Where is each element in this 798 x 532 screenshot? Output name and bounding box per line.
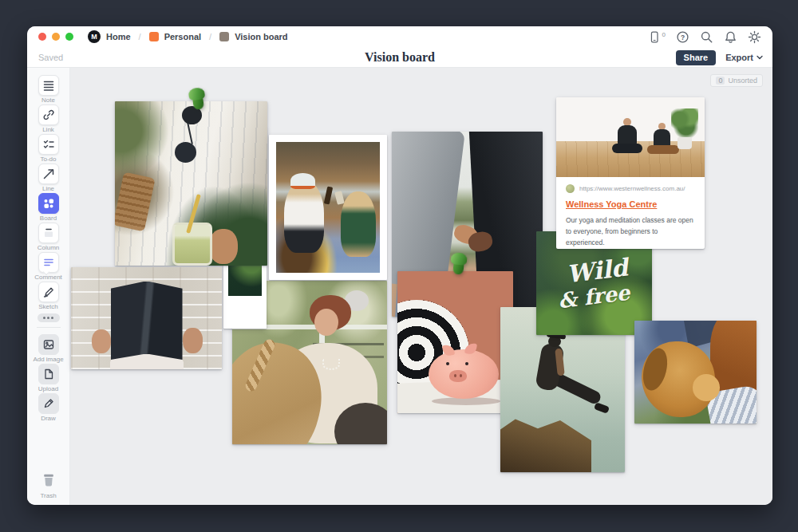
- tool-label: To-do: [40, 156, 56, 163]
- mobile-device-button[interactable]: 0: [648, 30, 666, 44]
- sketch-icon: [42, 286, 55, 298]
- column-icon: [42, 227, 55, 239]
- photo-detail: [335, 191, 346, 205]
- export-label: Export: [725, 53, 753, 62]
- tool-label: Upload: [38, 386, 58, 392]
- device-count: 0: [662, 31, 666, 38]
- photo-detail: [115, 172, 156, 232]
- photo-detail: [693, 374, 720, 401]
- share-button[interactable]: Share: [676, 50, 717, 65]
- picnic-photo[interactable]: [269, 135, 387, 280]
- help-icon[interactable]: ?: [676, 30, 689, 44]
- wellness-link-card[interactable]: https://www.westernwellness.com.au/ Well…: [556, 97, 705, 249]
- breadcrumb-separator: /: [136, 32, 144, 41]
- trash-icon: [40, 471, 57, 491]
- unsorted-count: 0: [716, 77, 725, 85]
- photo-detail: [322, 359, 340, 370]
- piggy-bank-photo[interactable]: [397, 271, 513, 413]
- add-image-icon: [42, 338, 55, 351]
- tool-upload[interactable]: Upload: [27, 364, 69, 392]
- tool-sketch[interactable]: Sketch: [27, 282, 69, 310]
- minimize-window-button[interactable]: [52, 33, 60, 41]
- black-book-detail: [111, 282, 183, 360]
- tool-draw[interactable]: Draw: [27, 393, 69, 422]
- svg-text:?: ?: [681, 33, 685, 41]
- vision-board-icon[interactable]: [219, 32, 229, 41]
- plant-detail: [671, 108, 698, 139]
- tool-label: Comment: [34, 274, 62, 281]
- book-over-face-photo[interactable]: [71, 267, 222, 369]
- tool-label: Trash: [40, 493, 56, 499]
- board-canvas[interactable]: Wild & free: [70, 68, 772, 505]
- comment-icon: [42, 256, 55, 269]
- link-card-title[interactable]: Wellness Yoga Centre: [566, 199, 695, 209]
- photo-detail: [647, 145, 679, 154]
- photo-detail: [276, 142, 380, 273]
- link-card-url: https://www.westernwellness.com.au/: [579, 185, 685, 192]
- line-arrow-icon: [42, 167, 55, 180]
- smoothie-photo[interactable]: [115, 101, 267, 266]
- tool-note[interactable]: Note: [27, 75, 69, 104]
- breadcrumb-personal[interactable]: Personal: [164, 32, 201, 41]
- sidebar-divider: [37, 327, 61, 328]
- tool-line[interactable]: Line: [27, 164, 69, 192]
- tool-label: Draw: [41, 416, 56, 422]
- trash-drop-zone[interactable]: Trash: [27, 471, 69, 499]
- tools-sidebar: Note Link To-do Line Board Column Commen…: [27, 68, 70, 505]
- personal-board-icon[interactable]: [149, 32, 159, 41]
- tool-add-image[interactable]: Add image: [27, 334, 69, 363]
- search-icon[interactable]: [700, 30, 713, 44]
- mobile-device-icon: [648, 30, 661, 44]
- photo-detail: [594, 402, 610, 414]
- unsorted-label: Unsorted: [728, 77, 757, 85]
- breadcrumb: M Home / Personal / Vision board: [88, 30, 288, 43]
- tool-comment[interactable]: Comment: [27, 252, 69, 281]
- green-pushpin-icon: [445, 252, 472, 285]
- more-tools-button[interactable]: [38, 313, 60, 322]
- tool-label: Add image: [33, 357, 63, 363]
- breadcrumb-vision-board[interactable]: Vision board: [235, 32, 287, 41]
- milanote-logo-icon[interactable]: M: [88, 30, 101, 43]
- photo-detail: [678, 137, 692, 149]
- board-header: Saved Vision board Share Export: [27, 47, 772, 68]
- app-window: M Home / Personal / Vision board 0 ? Sav…: [27, 26, 772, 505]
- photo-detail: [314, 309, 338, 336]
- close-window-button[interactable]: [38, 33, 46, 41]
- topbar-icon-row: 0 ?: [648, 30, 761, 44]
- tool-label: Board: [40, 215, 57, 222]
- green-pushpin-icon: [185, 86, 213, 120]
- photo-detail: [187, 122, 193, 144]
- golden-retriever-photo[interactable]: [634, 321, 757, 424]
- note-icon: [42, 79, 55, 92]
- zoom-window-button[interactable]: [65, 33, 73, 41]
- photo-detail: [341, 191, 376, 257]
- upload-file-icon: [42, 368, 55, 380]
- photo-detail: [209, 229, 238, 264]
- top-bar: M Home / Personal / Vision board 0 ?: [27, 26, 772, 47]
- photo-detail: [290, 173, 315, 189]
- tool-link[interactable]: Link: [27, 104, 69, 133]
- tool-label: Sketch: [38, 304, 57, 310]
- page-title[interactable]: Vision board: [27, 50, 772, 65]
- photo-detail: [92, 329, 111, 353]
- window-controls: [38, 33, 73, 41]
- photo-detail: [183, 328, 203, 353]
- tool-label: Link: [42, 127, 54, 133]
- photo-detail: [284, 181, 323, 253]
- tool-column[interactable]: Column: [27, 223, 69, 251]
- link-card-description: Our yoga and meditation classes are open…: [566, 215, 695, 248]
- smoothie-jar-detail: [172, 223, 212, 266]
- tool-board-active[interactable]: Board: [27, 193, 69, 222]
- yoga-card-image: [556, 97, 705, 177]
- breadcrumb-home[interactable]: Home: [106, 32, 131, 41]
- notifications-icon[interactable]: [724, 30, 737, 44]
- export-button[interactable]: Export: [725, 53, 763, 62]
- tool-todo[interactable]: To-do: [27, 134, 69, 163]
- photo-detail: [612, 144, 642, 153]
- favicon-icon: [566, 184, 575, 193]
- unsorted-badge[interactable]: 0 Unsorted: [710, 74, 763, 87]
- draw-pen-icon: [42, 397, 55, 410]
- settings-icon[interactable]: [748, 30, 761, 44]
- todo-icon: [42, 138, 55, 151]
- chevron-down-icon: [757, 55, 763, 60]
